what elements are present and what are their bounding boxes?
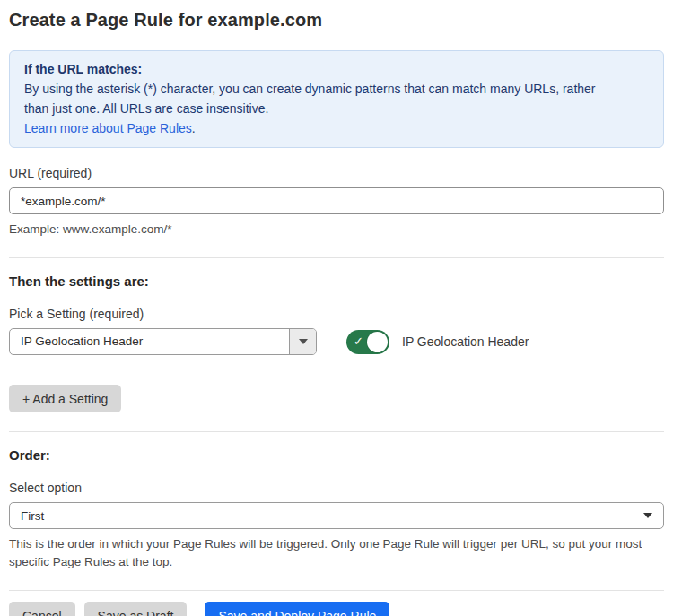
- save-draft-button[interactable]: Save as Draft: [84, 602, 188, 616]
- order-select-value: First: [21, 509, 44, 523]
- setting-dropdown[interactable]: IP Geolocation Header: [9, 328, 317, 355]
- add-setting-button[interactable]: + Add a Setting: [9, 385, 121, 412]
- actions-bar: Cancel Save as Draft Save and Deploy Pag…: [9, 602, 664, 616]
- setting-row: IP Geolocation Header ✓ IP Geolocation H…: [9, 328, 664, 355]
- url-helper: Example: www.example.com/*: [9, 221, 664, 239]
- cancel-button[interactable]: Cancel: [9, 602, 75, 616]
- check-icon: ✓: [354, 335, 363, 347]
- link-suffix: .: [192, 121, 196, 135]
- order-select[interactable]: First: [9, 502, 664, 529]
- select-option-label: Select option: [9, 481, 664, 495]
- url-label: URL (required): [9, 166, 664, 180]
- chevron-down-icon: [299, 339, 308, 344]
- toggle-label: IP Geolocation Header: [402, 334, 529, 349]
- setting-dropdown-arrow-button[interactable]: [289, 329, 316, 354]
- order-heading: Order:: [9, 447, 664, 463]
- pick-setting-label: Pick a Setting (required): [9, 307, 664, 321]
- divider: [9, 590, 664, 591]
- toggle-knob: [367, 332, 388, 352]
- page-title: Create a Page Rule for example.com: [9, 10, 664, 30]
- save-deploy-button[interactable]: Save and Deploy Page Rule: [205, 602, 389, 616]
- settings-heading: Then the settings are:: [9, 273, 664, 289]
- info-box-body: By using the asterisk (*) character, you…: [24, 79, 616, 118]
- select-chevron-down-icon: [643, 513, 652, 518]
- info-box-link-line: Learn more about Page Rules.: [24, 118, 649, 138]
- toggle-group: ✓ IP Geolocation Header: [346, 330, 529, 354]
- learn-more-link[interactable]: Learn more about Page Rules: [24, 121, 192, 135]
- ip-geolocation-toggle[interactable]: ✓: [346, 330, 389, 354]
- setting-dropdown-value: IP Geolocation Header: [10, 329, 289, 354]
- url-input[interactable]: [9, 187, 664, 214]
- page-rule-form: Create a Page Rule for example.com If th…: [0, 10, 673, 616]
- divider: [9, 257, 664, 258]
- info-box-heading: If the URL matches:: [24, 59, 649, 79]
- divider: [9, 431, 664, 432]
- order-helper: This is the order in which your Page Rul…: [9, 535, 664, 571]
- url-match-info-box: If the URL matches: By using the asteris…: [9, 50, 664, 148]
